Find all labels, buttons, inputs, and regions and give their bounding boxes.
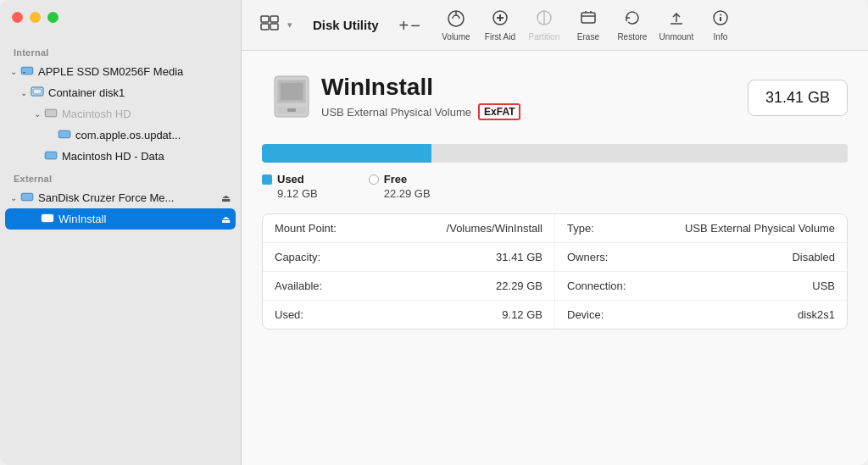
- sidebar-item-label: APPLE SSD SM0256F Media: [38, 65, 231, 78]
- disk-subtitle: USB External Physical Volume ExFAT: [321, 103, 748, 120]
- used-legend: Used 9.12 GB: [262, 173, 318, 200]
- info-key: Used:: [275, 308, 303, 321]
- info-val: /Volumes/WinInstall: [447, 222, 542, 235]
- disk-header: WinInstall USB External Physical Volume …: [262, 68, 848, 127]
- svg-rect-16: [270, 16, 278, 22]
- toolbar: ▾ Disk Utility + − Volume: [242, 0, 868, 51]
- info-key: Type:: [567, 222, 594, 235]
- close-button[interactable]: [12, 12, 23, 23]
- info-cell-right: Device:disk2s1: [554, 301, 847, 329]
- first-aid-label: First Aid: [485, 32, 515, 42]
- svg-point-31: [720, 14, 721, 16]
- sidebar-item-wininstall[interactable]: WinInstall ⏏: [5, 208, 236, 230]
- restore-icon: [622, 8, 643, 30]
- sidebar-item-macintosh-data[interactable]: Macintosh HD - Data: [0, 146, 241, 167]
- disk-info: WinInstall USB External Physical Volume …: [321, 75, 748, 121]
- info-cell-left: Available:22.29 GB: [263, 272, 554, 300]
- svg-rect-8: [59, 131, 70, 137]
- svg-rect-25: [581, 13, 595, 23]
- usage-bar-fill: [262, 144, 431, 163]
- sidebar-item-label: Macintosh HD: [62, 108, 231, 120]
- drive-icon: [41, 211, 54, 227]
- usage-bar-container: [262, 144, 848, 163]
- svg-rect-17: [261, 24, 269, 30]
- info-val: Disabled: [792, 251, 835, 263]
- view-button[interactable]: [255, 12, 284, 38]
- info-key: Capacity:: [275, 251, 320, 263]
- sidebar-item-label: com.apple.os.updat...: [75, 129, 231, 141]
- svg-rect-4: [33, 89, 42, 94]
- svg-rect-6: [46, 110, 56, 116]
- chevron-icon: ⌄: [7, 193, 20, 202]
- info-label: Info: [714, 32, 728, 42]
- info-key: Available:: [275, 280, 322, 292]
- erase-icon: [578, 8, 598, 30]
- usage-section: Used 9.12 GB Free 22.29 GB: [262, 144, 848, 200]
- table-row: Available:22.29 GBConnection:USB: [263, 272, 847, 301]
- sidebar-item-macintosh-hd[interactable]: ⌄ Macintosh HD: [0, 103, 241, 125]
- disk-subtitle-text: USB External Physical Volume: [321, 106, 471, 119]
- minimize-button[interactable]: [30, 12, 41, 23]
- sidebar-item-label: WinInstall: [58, 213, 221, 225]
- free-dot: [369, 174, 379, 185]
- sidebar-item-com-apple[interactable]: com.apple.os.updat...: [0, 125, 241, 146]
- chevron-icon: ⌄: [17, 88, 31, 97]
- chevron-icon: ⌄: [7, 67, 20, 76]
- sidebar: Internal ⌄ APPLE SSD SM0256F Media ⌄ Con…: [0, 0, 242, 465]
- free-value: 22.29 GB: [384, 187, 431, 200]
- info-val: disk2s1: [798, 308, 835, 321]
- main-content: ▾ Disk Utility + − Volume: [242, 0, 868, 465]
- info-table: Mount Point:/Volumes/WinInstallType:USB …: [262, 213, 848, 329]
- eject-icon[interactable]: ⏏: [221, 213, 231, 225]
- volume-action[interactable]: Volume: [434, 8, 478, 42]
- first-aid-action[interactable]: First Aid: [478, 8, 522, 42]
- used-dot: [262, 174, 272, 185]
- svg-rect-18: [270, 24, 278, 30]
- free-legend: Free 22.29 GB: [369, 173, 431, 200]
- used-value: 9.12 GB: [277, 187, 318, 200]
- table-row: Mount Point:/Volumes/WinInstallType:USB …: [263, 214, 847, 243]
- container-icon: [31, 85, 44, 101]
- drive-icon: [20, 64, 34, 80]
- partition-action[interactable]: Partition: [522, 8, 566, 42]
- disk-image: [262, 68, 321, 127]
- sidebar-item-apple-ssd[interactable]: ⌄ APPLE SSD SM0256F Media: [0, 61, 241, 82]
- partition-label: Partition: [529, 32, 560, 42]
- first-aid-icon: [490, 8, 510, 30]
- info-val: USB External Physical Volume: [685, 222, 835, 235]
- eject-icon[interactable]: ⏏: [221, 192, 231, 204]
- restore-action[interactable]: Restore: [610, 8, 654, 42]
- info-icon: [710, 8, 731, 30]
- volume-icon: [446, 8, 466, 30]
- unmount-label: Unmount: [659, 32, 694, 42]
- sidebar-item-sandisk[interactable]: ⌄ SanDisk Cruzer Force Me... ⏏: [0, 187, 241, 208]
- volume-label: Volume: [442, 32, 470, 42]
- maximize-button[interactable]: [47, 12, 58, 23]
- content-area: WinInstall USB External Physical Volume …: [242, 51, 868, 465]
- info-val: 9.12 GB: [502, 308, 542, 321]
- erase-action[interactable]: Erase: [566, 8, 610, 42]
- add-remove-action[interactable]: + −: [399, 17, 420, 34]
- info-key: Device:: [567, 308, 604, 321]
- format-badge: ExFAT: [478, 103, 520, 120]
- disk-name: WinInstall: [321, 75, 748, 101]
- sidebar-item-label: Macintosh HD - Data: [62, 150, 231, 163]
- sidebar-item-container[interactable]: ⌄ Container disk1: [0, 82, 241, 103]
- disk-size: 31.41 GB: [748, 80, 848, 116]
- info-action[interactable]: Info: [698, 8, 743, 42]
- info-cell-left: Mount Point:/Volumes/WinInstall: [263, 214, 554, 242]
- drive-icon: [44, 148, 58, 164]
- svg-rect-15: [261, 16, 269, 22]
- table-row: Used:9.12 GBDevice:disk2s1: [263, 301, 847, 329]
- internal-section-label: Internal: [0, 41, 241, 61]
- unmount-action[interactable]: Unmount: [654, 8, 698, 42]
- info-cell-left: Capacity:31.41 GB: [263, 243, 554, 271]
- remove-icon: −: [410, 17, 420, 34]
- usage-legend: Used 9.12 GB Free 22.29 GB: [262, 173, 848, 200]
- info-key: Connection:: [567, 280, 626, 292]
- info-cell-right: Connection:USB: [554, 272, 847, 300]
- svg-rect-10: [46, 152, 56, 158]
- sidebar-item-label: SanDisk Cruzer Force Me...: [38, 191, 221, 204]
- svg-rect-14: [42, 215, 53, 221]
- info-cell-right: Type:USB External Physical Volume: [554, 214, 847, 242]
